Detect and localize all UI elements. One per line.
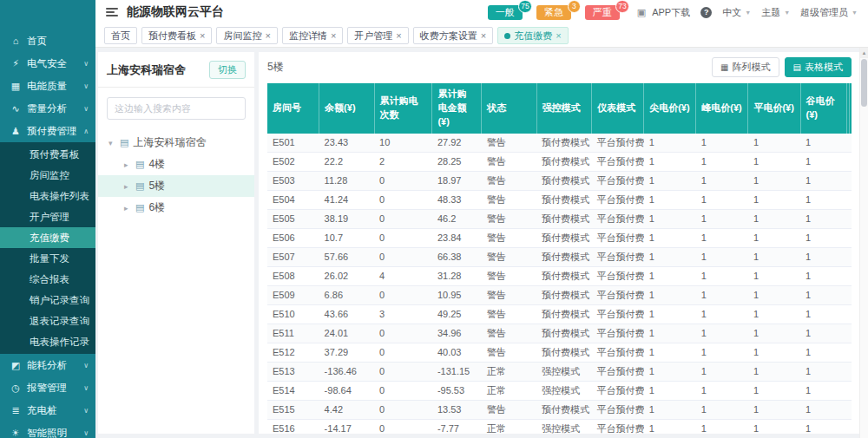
- sidebar-subitem[interactable]: 退表记录查询: [0, 311, 95, 331]
- language-dropdown[interactable]: 中文 ▼: [722, 6, 751, 19]
- cell-peak-price: 1: [696, 324, 748, 343]
- tree-node[interactable]: ▸ ▤ 6楼: [98, 197, 254, 219]
- switch-button[interactable]: 切换: [209, 61, 246, 79]
- cell-actions: 充值退费: [849, 400, 852, 419]
- close-icon[interactable]: ×: [331, 30, 336, 41]
- sidebar-item[interactable]: ◷ 报警管理 ∨: [0, 376, 95, 399]
- cell-balance: 4.42: [319, 400, 374, 419]
- cell-balance: 10.7: [319, 228, 374, 247]
- cell-meter-mode: 平台预付费: [592, 152, 644, 171]
- help-icon[interactable]: ?: [700, 7, 712, 18]
- chevron-down-icon: ▼: [745, 10, 751, 16]
- close-icon[interactable]: ×: [265, 30, 270, 41]
- cell-purchase-amount: 28.25: [432, 152, 482, 171]
- cell-room: E507: [267, 247, 319, 266]
- alarm-badge[interactable]: 严重 73: [585, 5, 620, 20]
- tab-label: 预付费看板: [148, 29, 196, 42]
- cell-purchase-amount: -95.53: [432, 381, 482, 400]
- sidebar-subitem[interactable]: 综合报表: [0, 269, 95, 290]
- sidebar-subitem[interactable]: 电表操作记录: [0, 331, 95, 352]
- sidebar-item[interactable]: ⚡ 电气安全 ∨: [0, 52, 95, 75]
- cell-room: E510: [267, 304, 319, 324]
- sidebar-subitem[interactable]: 批量下发: [0, 248, 95, 269]
- cell-purchase-amount: -131.15: [432, 362, 482, 381]
- table-row: E501 23.43 10 27.92 警告 预付费模式 平台预付费 1 1 1: [267, 134, 852, 153]
- tab-label: 监控详情: [289, 29, 327, 42]
- cell-flat-price: 1: [748, 209, 800, 228]
- cell-purchase-times: 0: [374, 343, 432, 362]
- cell-peak-price: 1: [696, 152, 748, 171]
- cell-status: 警告: [482, 324, 536, 343]
- table-row: E515 4.42 0 13.53 警告 预付费模式 平台预付费 1 1 1 1: [267, 400, 852, 419]
- cell-purchase-times: 10: [374, 134, 432, 153]
- table-row: E502 22.2 2 28.25 警告 预付费模式 平台预付费 1 1 1 1: [267, 152, 852, 171]
- cell-sharp-price: 1: [644, 228, 696, 247]
- cell-balance: -98.64: [319, 381, 374, 400]
- tree-root-node[interactable]: ▾ ▤ 上海安科瑞宿舍: [98, 132, 254, 154]
- cell-actions: 充值退费: [849, 419, 852, 434]
- sidebar-subitem[interactable]: 充值缴费: [0, 227, 95, 248]
- cell-peak-price: 1: [696, 419, 748, 434]
- cell-purchase-times: 0: [374, 190, 432, 209]
- caret-right-icon: ▸: [124, 160, 131, 169]
- sidebar-subitem[interactable]: 房间监控: [0, 165, 95, 186]
- cell-purchase-times: 0: [374, 171, 432, 190]
- close-icon[interactable]: ×: [200, 30, 205, 41]
- table-mode-button[interactable]: ▤ 表格模式: [785, 57, 852, 77]
- tab[interactable]: 充值缴费 ×: [497, 27, 568, 44]
- tree-node[interactable]: ▸ ▤ 5楼: [98, 175, 254, 197]
- table-row: E510 43.66 3 49.25 警告 预付费模式 平台预付费 1 1 1: [267, 304, 852, 324]
- tree-search-input[interactable]: [107, 97, 246, 120]
- sidebar-item[interactable]: ▦ 电能质量 ∨: [0, 75, 95, 97]
- sidebar-item[interactable]: ◩ 能耗分析 ∨: [0, 354, 95, 376]
- tab[interactable]: 预付费看板 ×: [141, 27, 212, 44]
- scroll-up-arrow[interactable]: ▲: [860, 48, 868, 58]
- sidebar-subitem[interactable]: 开户管理: [0, 206, 95, 227]
- close-icon[interactable]: ×: [396, 30, 401, 41]
- menu-icon: ⌂: [10, 36, 21, 46]
- theme-dropdown[interactable]: 主题 ▼: [761, 6, 790, 19]
- sidebar-item[interactable]: ☀ 智能照明 ∨: [0, 422, 95, 438]
- cell-control-mode: 预付费模式: [536, 152, 591, 171]
- tab[interactable]: 收费方案设置 ×: [413, 27, 493, 44]
- tree-node-label: 5楼: [148, 179, 165, 193]
- sidebar-subitem[interactable]: 预付费看板: [0, 144, 95, 165]
- sidebar-item[interactable]: ⌂ 首页: [0, 29, 95, 52]
- close-icon[interactable]: ×: [556, 30, 561, 41]
- sidebar-item-label: 充电桩: [27, 404, 57, 417]
- sidebar-item[interactable]: ∿ 需量分析 ∨: [0, 97, 95, 120]
- alarm-badge[interactable]: 紧急 3: [536, 5, 571, 20]
- cell-room: E503: [267, 171, 319, 190]
- sidebar-subitem[interactable]: 电表操作列表: [0, 186, 95, 206]
- menu-collapse-icon[interactable]: [106, 8, 118, 16]
- close-icon[interactable]: ×: [481, 30, 486, 41]
- tab[interactable]: 首页: [104, 27, 137, 44]
- app-download-link[interactable]: ▣ APP下载: [637, 6, 690, 19]
- scrollbar[interactable]: ▲: [859, 48, 868, 438]
- tab[interactable]: 监控详情 ×: [282, 27, 343, 44]
- cell-valley-price: 1: [800, 304, 846, 324]
- cell-control-mode: 预付费模式: [536, 228, 591, 247]
- cell-valley-price: 1: [800, 400, 846, 419]
- tree-node[interactable]: ▸ ▤ 4楼: [98, 154, 254, 175]
- cell-sharp-price: 1: [644, 134, 696, 153]
- cell-flat-price: 1: [748, 190, 800, 209]
- sidebar-subitem[interactable]: 销户记录查询: [0, 290, 95, 311]
- cell-balance: 24.01: [319, 324, 374, 343]
- tab[interactable]: 房间监控 ×: [216, 27, 277, 44]
- cell-control-mode: 预付费模式: [536, 247, 591, 266]
- sidebar-item[interactable]: ≣ 充电桩 ∨: [0, 399, 95, 422]
- scrollbar-thumb[interactable]: [861, 59, 867, 107]
- grid-mode-button[interactable]: ▦ 阵列模式: [712, 57, 779, 77]
- user-dropdown[interactable]: 超级管理员 ▼: [800, 6, 858, 19]
- table-row: E511 24.01 0 34.96 警告 预付费模式 平台预付费 1 1 1: [267, 324, 852, 343]
- column-header: 累计购电次数: [374, 83, 432, 134]
- cell-meter-mode: 平台预付费: [592, 247, 644, 266]
- cell-flat-price: 1: [748, 171, 800, 190]
- tab[interactable]: 开户管理 ×: [347, 27, 408, 44]
- chevron-down-icon: ∨: [83, 60, 89, 68]
- cell-valley-price: 1: [800, 266, 846, 285]
- sidebar-item-prepaid-management[interactable]: ♟ 预付费管理 ∧: [0, 120, 95, 142]
- alarm-badge[interactable]: 一般 75: [488, 5, 523, 20]
- cell-control-mode: 强控模式: [536, 362, 591, 381]
